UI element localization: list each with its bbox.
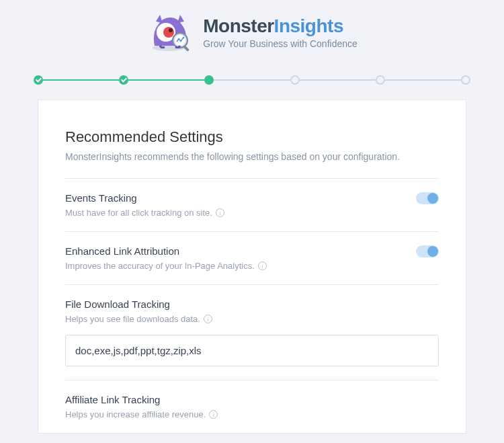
progress-stepper (0, 59, 504, 99)
setting-title: Affiliate Link Tracking (65, 394, 439, 405)
info-icon[interactable]: i (258, 261, 267, 270)
svg-point-3 (169, 28, 173, 32)
svg-point-2 (163, 27, 174, 38)
step-dot-6 (461, 75, 470, 85)
step-dot-2 (119, 75, 128, 85)
events-tracking-toggle[interactable] (416, 192, 439, 204)
info-icon[interactable]: i (204, 315, 212, 323)
svg-point-8 (183, 37, 185, 39)
step-segment (300, 79, 376, 81)
setting-title: Events Tracking (65, 192, 439, 204)
setting-affiliate-link: Affiliate Link Tracking Helps you increa… (65, 380, 439, 433)
brand-block: MonsterInsights Grow Your Business with … (203, 15, 358, 49)
brand-name: MonsterInsights (203, 15, 358, 37)
page-subtitle: MonsterInsights recommends the following… (65, 151, 439, 162)
step-dot-3 (204, 75, 214, 85)
step-dot-4 (290, 75, 300, 85)
setting-title: File Download Tracking (65, 298, 439, 310)
enhanced-link-toggle[interactable] (416, 245, 439, 257)
info-icon[interactable]: i (209, 410, 218, 419)
setting-description: Helps you increase affiliate revenue. i (65, 409, 439, 419)
info-icon[interactable]: i (216, 208, 224, 217)
setting-events-tracking: Events Tracking Must have for all click … (65, 178, 439, 231)
brand-tagline: Grow Your Business with Confidence (203, 38, 358, 49)
setting-file-download: File Download Tracking Helps you see fil… (65, 284, 439, 380)
step-segment (214, 79, 290, 81)
step-segment (43, 79, 119, 81)
svg-point-7 (180, 40, 182, 42)
setting-description: Helps you see file downloads data. i (65, 314, 439, 324)
setting-description: Improves the accuracy of your In-Page An… (65, 261, 439, 271)
step-dot-1 (34, 75, 43, 85)
setting-enhanced-link: Enhanced Link Attribution Improves the a… (65, 231, 439, 284)
app-header: MonsterInsights Grow Your Business with … (0, 0, 504, 59)
mascot-icon (146, 12, 194, 52)
setting-title: Enhanced Link Attribution (65, 245, 439, 257)
step-segment (128, 79, 204, 81)
step-segment (385, 79, 461, 81)
settings-card: Recommended Settings MonsterInsights rec… (38, 99, 466, 434)
setting-description: Must have for all click tracking on site… (65, 208, 439, 218)
file-extensions-input[interactable] (65, 335, 439, 366)
page-title: Recommended Settings (65, 128, 439, 146)
step-dot-5 (376, 75, 385, 85)
svg-point-6 (178, 38, 180, 40)
